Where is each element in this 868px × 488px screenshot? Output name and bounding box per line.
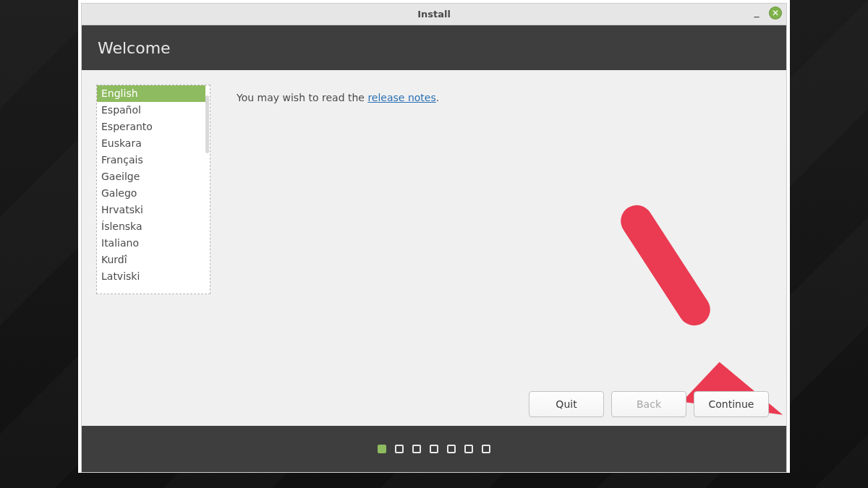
release-notes-line: You may wish to read the release notes. — [237, 85, 439, 417]
close-button[interactable]: ✕ — [769, 7, 782, 20]
back-button: Back — [611, 391, 686, 417]
language-item[interactable]: Esperanto — [97, 119, 205, 135]
release-notes-link[interactable]: release notes — [367, 92, 435, 103]
installer-window: Install – ✕ Welcome EnglishEspañolEspera… — [81, 3, 787, 473]
language-item[interactable]: Français — [97, 152, 205, 168]
progress-step — [395, 445, 404, 453]
scrollbar-thumb[interactable] — [205, 95, 209, 153]
page-header: Welcome — [82, 25, 786, 70]
progress-step — [430, 445, 438, 453]
progress-indicator — [82, 426, 786, 472]
language-item[interactable]: Íslenska — [97, 218, 205, 235]
language-item[interactable]: Hrvatski — [97, 202, 205, 218]
language-item[interactable]: Latviski — [97, 268, 205, 285]
continue-button[interactable]: Continue — [694, 391, 769, 417]
back-label: Back — [637, 398, 661, 410]
quit-label: Quit — [556, 398, 576, 410]
close-icon: ✕ — [772, 8, 779, 18]
progress-step — [482, 445, 490, 453]
progress-step — [412, 445, 421, 453]
window-titlebar: Install – ✕ — [82, 4, 786, 25]
language-item[interactable]: English — [97, 85, 205, 102]
window-title: Install — [82, 9, 786, 20]
screenshot-frame: Install – ✕ Welcome EnglishEspañolEspera… — [78, 0, 790, 473]
language-item[interactable]: Galego — [97, 185, 205, 202]
continue-label: Continue — [709, 398, 754, 410]
release-prefix: You may wish to read the — [237, 92, 367, 103]
progress-step — [464, 445, 473, 453]
minimize-button[interactable]: – — [752, 8, 762, 18]
language-item[interactable]: Italiano — [97, 235, 205, 252]
language-item[interactable]: Kurdî — [97, 252, 205, 268]
language-item[interactable]: Español — [97, 102, 205, 119]
language-item[interactable]: Gaeilge — [97, 168, 205, 185]
progress-step — [378, 445, 386, 453]
window-controls: – ✕ — [752, 7, 782, 20]
content-area: EnglishEspañolEsperantoEuskaraFrançaisGa… — [82, 70, 786, 426]
release-suffix: . — [436, 92, 439, 103]
quit-button[interactable]: Quit — [529, 391, 604, 417]
language-list[interactable]: EnglishEspañolEsperantoEuskaraFrançaisGa… — [96, 85, 210, 294]
page-title: Welcome — [98, 39, 171, 57]
progress-step — [447, 445, 456, 453]
svg-rect-0 — [615, 200, 716, 332]
language-item[interactable]: Euskara — [97, 135, 205, 152]
button-row: Quit Back Continue — [529, 391, 769, 417]
